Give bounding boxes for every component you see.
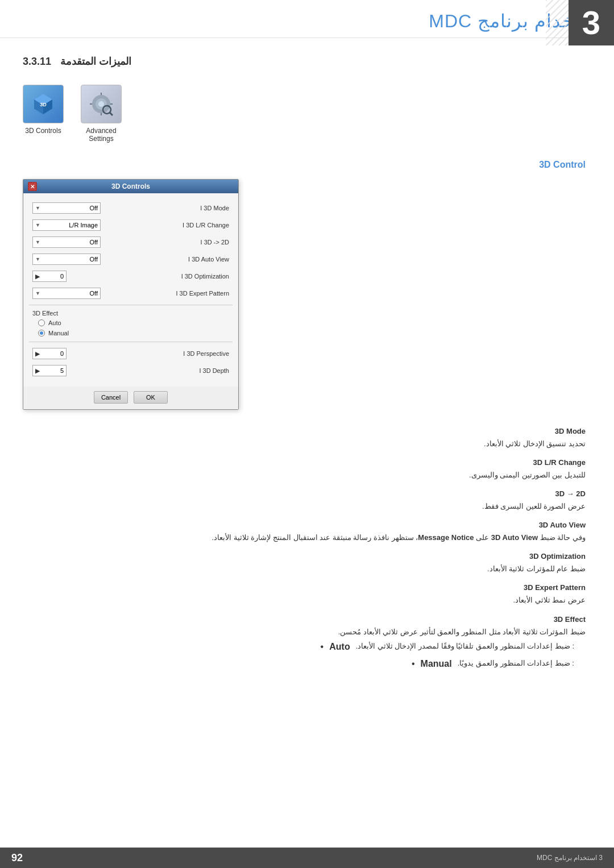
cancel-button[interactable]: Cancel [94, 391, 128, 404]
radio-dot-manual [40, 331, 43, 335]
bullet-dot-manual: • [412, 658, 415, 670]
stepper-value-optimization: 0 [60, 273, 64, 280]
advanced-settings-svg [88, 90, 115, 118]
bullet-term-auto: Auto [329, 641, 350, 653]
select-value-lr-change: L/R Image [69, 222, 98, 229]
advanced-settings-icon-box [81, 85, 122, 123]
dialog-close-button[interactable]: ✕ [28, 182, 37, 191]
arrow-auto-view: ▼ [35, 256, 40, 262]
description-section: 3D Mode تحديد تنسيق الإدخال ثلاثي الأبعا… [23, 427, 591, 672]
label-expert-pattern: I 3D Expert Pattern [176, 290, 229, 297]
page-header: استخدام برنامج MDC 3 [0, 0, 614, 38]
text-auto-view: وفي حالة ضبط 3D Auto View على Message No… [28, 531, 586, 544]
3d-controls-label: 3D Controls [25, 127, 61, 135]
bullet-manual: : ضبط إعدادات المنظور والعمق يدويًا. Man… [28, 655, 586, 672]
select-3d-2d[interactable]: Off ▼ [32, 236, 101, 248]
text-expert-pattern: عرض نمط ثلاثي الأبعاد. [28, 594, 586, 607]
bullet-text-auto: : ضبط إعدادات المنظور والعمق تلقائيًا وف… [356, 641, 574, 653]
term-expert-pattern: 3D Expert Pattern [28, 583, 586, 592]
label-3d-mode: I 3D Mode [200, 205, 229, 211]
dialog-row-lr-change: I 3D L/R Change L/R Image ▼ [29, 217, 233, 233]
dialog-row-3d-mode: I 3D Mode Off ▼ [29, 200, 233, 216]
dialog-titlebar: 3D Controls ✕ [23, 180, 238, 193]
chapter-number: 3 [582, 6, 600, 39]
section-number: 3.3.11 [23, 56, 51, 68]
select-value-auto-view: Off [90, 256, 98, 263]
select-auto-view[interactable]: Off ▼ [32, 254, 101, 265]
label-perspective: I 3D Perspective [183, 350, 229, 357]
dialog-title: 3D Controls [37, 182, 225, 190]
stepper-perspective[interactable]: 0 ▶ [32, 348, 67, 359]
stepper-arrow-optimization: ▶ [35, 273, 40, 280]
label-auto-view: I 3D Auto View [188, 256, 229, 263]
dialog-divider-2 [29, 342, 233, 342]
svg-point-4 [98, 101, 104, 107]
main-content: الميزات المتقدمة 3.3.11 Adva [0, 38, 614, 695]
3d-effect-label: 3D Effect [29, 309, 233, 318]
radio-circle-manual [38, 330, 45, 337]
svg-text:3D: 3D [40, 102, 47, 107]
select-value-expert-pattern: Off [90, 290, 98, 297]
dialog-footer: OK Cancel [23, 387, 238, 409]
select-3d-mode[interactable]: Off ▼ [32, 202, 101, 214]
bullet-dot-auto: • [321, 641, 324, 653]
label-3d-2d: I 3D -> 2D [201, 239, 229, 246]
stepper-arrow-depth: ▶ [35, 367, 40, 375]
dialog-row-3d-2d: I 3D -> 2D Off ▼ [29, 234, 233, 250]
term-3d-effect: 3D Effect [28, 615, 586, 624]
term-optimization: 3D Optimization [28, 552, 586, 560]
section-heading: الميزات المتقدمة 3.3.11 [23, 55, 591, 68]
arrow-3d-mode: ▼ [35, 205, 40, 211]
decoration [546, 0, 569, 45]
term-3d-mode: 3D Mode [28, 427, 586, 435]
stepper-depth[interactable]: 5 ▶ [32, 365, 67, 376]
text-3d-effect: ضبط المؤثرات ثلاثية الأبعاد مثل المنظور … [28, 626, 586, 638]
term-lr-change: 3D L/R Change [28, 458, 586, 467]
dialog-row-auto-view: I 3D Auto View Off ▼ [29, 251, 233, 267]
page-footer: 92 3 استخدام برنامج MDC [0, 848, 614, 868]
dialog-row-perspective: I 3D Perspective 0 ▶ [29, 346, 233, 362]
page-number: 92 [11, 852, 23, 864]
term-auto-view: 3D Auto View [28, 521, 586, 529]
3d-controls-icon-box: 3D [23, 85, 64, 123]
chapter-number-box: 3 [569, 0, 614, 45]
radio-auto[interactable]: Auto [29, 318, 233, 328]
3d-controls-svg: 3D [30, 90, 57, 118]
select-value-3d-mode: Off [90, 205, 98, 211]
bullet-term-manual: Manual [421, 658, 452, 670]
arrow-lr-change: ▼ [35, 222, 40, 228]
advanced-settings-icon-item: AdvancedSettings [81, 85, 122, 143]
stepper-value-perspective: 0 [60, 350, 64, 357]
3d-control-heading: 3D Control [23, 160, 591, 170]
dialog-row-depth: I 3D Depth 5 ▶ [29, 363, 233, 379]
text-lr-change: للتبديل بين الصورتين اليمنى واليسرى. [28, 469, 586, 481]
3d-controls-icon-item: 3D 3D Controls [23, 85, 64, 135]
dialog-row-expert-pattern: I 3D Expert Pattern Off ▼ [29, 285, 233, 301]
select-lr-change[interactable]: L/R Image ▼ [32, 219, 101, 231]
stepper-value-depth: 5 [60, 367, 64, 374]
term-3d-2d: 3D → 2D [28, 489, 586, 498]
svg-line-10 [110, 113, 113, 115]
stepper-optimization[interactable]: 0 ▶ [32, 271, 67, 282]
icons-row: AdvancedSettings 3D 3D Controls [23, 85, 591, 143]
radio-label-manual: Manual [48, 330, 69, 337]
dialog-divider-1 [29, 305, 233, 305]
dialog-body: I 3D Mode Off ▼ I 3D L/R Change L/R Imag… [23, 193, 238, 387]
3d-controls-dialog: 3D Controls ✕ I 3D Mode Off ▼ I 3D L/R C… [23, 179, 239, 410]
arrow-3d-2d: ▼ [35, 239, 40, 245]
dialog-row-optimization: I 3D Optimization 0 ▶ [29, 268, 233, 284]
radio-manual[interactable]: Manual [29, 328, 233, 338]
select-expert-pattern[interactable]: Off ▼ [32, 288, 101, 299]
arrow-expert-pattern: ▼ [35, 290, 40, 296]
radio-label-auto: Auto [48, 319, 61, 326]
select-value-3d-2d: Off [90, 239, 98, 246]
section-title: الميزات المتقدمة [60, 55, 131, 68]
radio-circle-auto [38, 319, 45, 326]
text-3d-mode: تحديد تنسيق الإدخال ثلاثي الأبعاد. [28, 438, 586, 450]
ok-button[interactable]: OK [134, 391, 168, 404]
bullet-auto: : ضبط إعدادات المنظور والعمق تلقائيًا وف… [28, 638, 586, 655]
label-optimization: I 3D Optimization [181, 273, 229, 280]
footer-text: 3 استخدام برنامج MDC [537, 854, 603, 862]
text-3d-2d: عرض الصورة للعين اليسرى فقط. [28, 500, 586, 513]
svg-rect-1 [546, 0, 569, 45]
